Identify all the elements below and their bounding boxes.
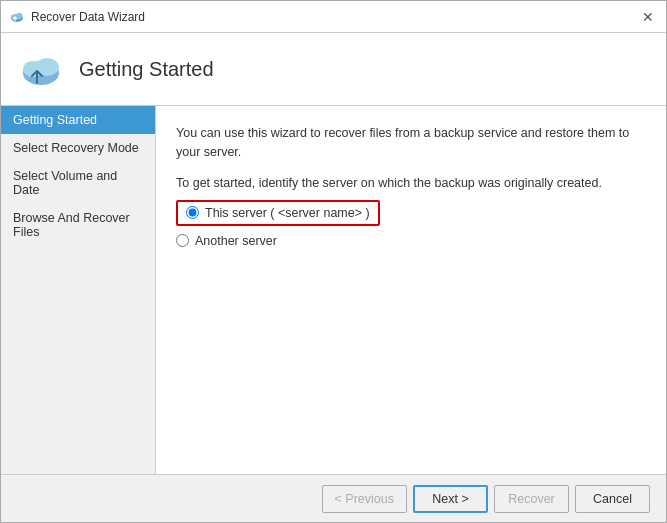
this-server-radio[interactable] xyxy=(186,206,199,219)
sidebar-item-select-volume[interactable]: Select Volume and Date xyxy=(1,162,155,204)
cancel-button[interactable]: Cancel xyxy=(575,485,650,513)
window-icon xyxy=(9,9,25,25)
previous-button[interactable]: < Previous xyxy=(322,485,407,513)
another-server-label[interactable]: Another server xyxy=(176,234,277,248)
footer: < Previous Next > Recover Cancel xyxy=(1,474,666,522)
sidebar-item-getting-started[interactable]: Getting Started xyxy=(1,106,155,134)
another-server-radio[interactable] xyxy=(176,234,189,247)
content-description: You can use this wizard to recover files… xyxy=(176,124,646,162)
content-instruction: To get started, identify the server on w… xyxy=(176,176,646,190)
sidebar-item-browse-recover[interactable]: Browse And Recover Files xyxy=(1,204,155,246)
page-title: Getting Started xyxy=(79,58,214,81)
this-server-text: This server ( <server name> ) xyxy=(205,206,370,220)
recover-button[interactable]: Recover xyxy=(494,485,569,513)
this-server-label[interactable]: This server ( <server name> ) xyxy=(176,200,380,226)
close-button[interactable]: ✕ xyxy=(638,7,658,27)
title-bar-text: Recover Data Wizard xyxy=(31,10,638,24)
header-icon xyxy=(17,45,65,93)
title-bar: Recover Data Wizard ✕ xyxy=(1,1,666,33)
next-button[interactable]: Next > xyxy=(413,485,488,513)
sidebar: Getting Started Select Recovery Mode Sel… xyxy=(1,106,156,474)
content-area: You can use this wizard to recover files… xyxy=(156,106,666,474)
another-server-text: Another server xyxy=(195,234,277,248)
option-this-server-container: This server ( <server name> ) xyxy=(176,200,646,226)
option-another-server-container: Another server xyxy=(176,234,646,248)
sidebar-item-select-recovery-mode[interactable]: Select Recovery Mode xyxy=(1,134,155,162)
header-area: Getting Started xyxy=(1,33,666,106)
main-area: Getting Started Select Recovery Mode Sel… xyxy=(1,106,666,474)
wizard-window: Recover Data Wizard ✕ Getting Started Ge… xyxy=(0,0,667,523)
